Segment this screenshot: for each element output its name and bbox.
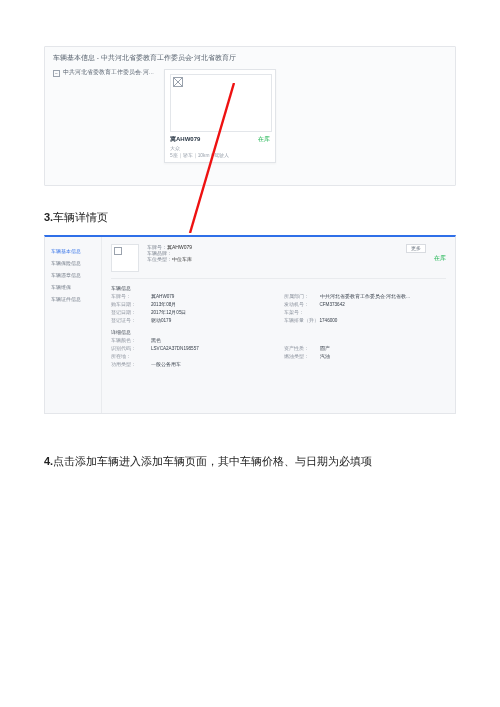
v — [320, 310, 447, 315]
detail-header: 车牌号：冀AHW079 车辆品牌： 车位类型：中位车库 更多 在库 — [111, 244, 446, 279]
screenshot-vehicle-detail: 车辆基本信息 车辆保险信息 车辆违章信息 车辆维保 车辆证件信息 车牌号：冀AH… — [44, 235, 456, 414]
tree-expand-icon[interactable]: − — [53, 70, 60, 77]
section-3-title: 车辆详情页 — [53, 211, 108, 223]
nav-item-insurance[interactable]: 车辆保险信息 — [45, 257, 101, 269]
v: 驱动0179 — [151, 318, 278, 323]
detail-status-badge: 在库 — [434, 254, 446, 263]
k: 发动机号： — [284, 302, 314, 307]
detail-left-nav: 车辆基本信息 车辆保险信息 车辆违章信息 车辆维保 车辆证件信息 — [45, 237, 102, 413]
k: 燃油类型： — [284, 354, 314, 359]
k: 车辆排量（升）： — [284, 318, 314, 323]
detail-body: 车牌号：冀AHW079 车辆品牌： 车位类型：中位车库 更多 在库 车辆信息 车… — [102, 237, 455, 413]
org-tree-node[interactable]: − 中共河北省委教育工作委员会·河… — [53, 69, 154, 163]
v: 固产 — [320, 346, 447, 351]
v: 2013年08月 — [151, 302, 278, 307]
v: 汽油 — [320, 354, 447, 359]
v: 中共河北省委教育工作委员会·河北省教… — [320, 294, 447, 299]
v — [151, 354, 278, 359]
tree-node-label: 中共河北省委教育工作委员会·河… — [63, 69, 154, 76]
k: 购车日期： — [111, 302, 145, 307]
k: 所在地： — [111, 354, 145, 359]
v: CFM373642 — [320, 302, 447, 307]
vehicle-image-placeholder — [170, 74, 272, 132]
detail-info-grid: 车辆颜色：黑色 识别代码：LSVCA2A37DN198557 资产性质：固产 所… — [111, 338, 446, 367]
vehicle-card[interactable]: 冀AHW079 在库 大众 5座｜轿车｜10km｜驾驶人 — [164, 69, 276, 163]
spot-type-label: 车位类型： — [147, 256, 172, 262]
k: 资产性质： — [284, 346, 314, 351]
k: 所属部门： — [284, 294, 314, 299]
nav-item-docs[interactable]: 车辆证件信息 — [45, 293, 101, 305]
k — [284, 338, 314, 343]
vehicle-brand: 大众 — [170, 145, 270, 151]
spot-type-value: 中位车库 — [172, 256, 192, 262]
group-detail-info: 详细信息 — [111, 329, 446, 335]
section-3-heading: 3.车辆详情页 — [44, 210, 456, 225]
nav-item-basic[interactable]: 车辆基本信息 — [45, 245, 101, 257]
group-vehicle-info: 车辆信息 — [111, 285, 446, 291]
screenshot-vehicle-list: 车辆基本信息 - 中共河北省委教育工作委员会·河北省教育厅 − 中共河北省委教育… — [44, 46, 456, 186]
section-4-title: 点击添加车辆进入添加车辆页面，其中车辆价格、与日期为必填项 — [53, 455, 372, 467]
k: 车架号： — [284, 310, 314, 315]
v: 1746000 — [320, 318, 447, 323]
vehicle-plate: 冀AHW079 — [170, 135, 200, 144]
k: 登记证号： — [111, 318, 145, 323]
more-button[interactable]: 更多 — [406, 244, 426, 253]
section-3-number: 3. — [44, 211, 53, 223]
v: 2017年12月05日 — [151, 310, 278, 315]
nav-item-maintenance[interactable]: 车辆维保 — [45, 281, 101, 293]
k: 车牌号： — [111, 294, 145, 299]
vehicle-status-badge: 在库 — [258, 135, 270, 144]
vehicle-summary: 5座｜轿车｜10km｜驾驶人 — [170, 152, 270, 158]
vehicle-info-grid: 车牌号：冀AHW079 所属部门：中共河北省委教育工作委员会·河北省教… 购车日… — [111, 294, 446, 323]
k: 登记日期： — [111, 310, 145, 315]
v — [320, 338, 447, 343]
nav-item-violation[interactable]: 车辆违章信息 — [45, 269, 101, 281]
section-4-number: 4. — [44, 455, 53, 467]
v: 黑色 — [151, 338, 278, 343]
k: 车辆颜色： — [111, 338, 145, 343]
doc-page: 车辆基本信息 - 中共河北省委教育工作委员会·河北省教育厅 − 中共河北省委教育… — [0, 0, 500, 509]
v: LSVCA2A37DN198557 — [151, 346, 278, 351]
section-4-heading: 4.点击添加车辆进入添加车辆页面，其中车辆价格、与日期为必填项 — [44, 454, 456, 469]
v: 一般公务用车 — [151, 362, 278, 367]
v: 冀AHW079 — [151, 294, 278, 299]
k: 功用类型： — [111, 362, 145, 367]
panel-title: 车辆基本信息 - 中共河北省委教育工作委员会·河北省教育厅 — [53, 54, 447, 63]
detail-thumb — [111, 244, 139, 272]
k: 识别代码： — [111, 346, 145, 351]
